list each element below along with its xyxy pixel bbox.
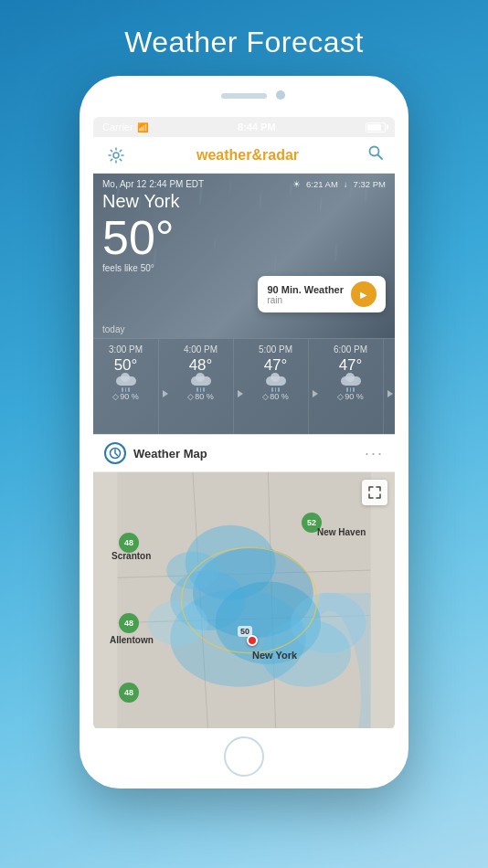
hour-temp-1: 50° [114, 356, 138, 375]
hour-item-2: 4:00 PM 48° ◇80 % [168, 339, 234, 434]
battery-fill [367, 124, 381, 131]
status-time: 8:44 PM [238, 122, 276, 132]
map-header-left: Weather Map [104, 442, 207, 464]
phone-camera [276, 90, 285, 100]
map-more-button[interactable]: ··· [365, 445, 384, 461]
label-newhaven: New Haven [317, 527, 366, 537]
hour-time-2: 4:00 PM [184, 344, 217, 355]
feels-like: feels like 50° [102, 263, 386, 273]
cloud-rain-icon-2 [191, 376, 211, 392]
ny-temp-label: 50 [238, 626, 252, 637]
hour-time-3: 5:00 PM [259, 344, 292, 355]
sun-separator: ↓ [344, 179, 348, 189]
hour-precip-3: ◇80 % [262, 392, 289, 401]
label-scranton: Scranton [111, 551, 151, 561]
hour-temp-3: 47° [264, 356, 288, 375]
status-right [366, 122, 386, 132]
home-button[interactable] [224, 736, 264, 777]
logo-ampersand: & [251, 147, 262, 163]
hour-item-1: 3:00 PM 50° ◇90 % [93, 339, 159, 434]
wifi-icon: 📶 [137, 122, 148, 132]
today-label: today [102, 324, 124, 334]
svg-line-2 [378, 155, 383, 160]
temperature: 50° [102, 214, 386, 261]
hour-temp-2: 48° [189, 356, 213, 375]
expand-map-button[interactable] [362, 480, 387, 505]
temp-badge-scranton: 48 [119, 533, 139, 553]
app-logo: weather&radar [196, 147, 299, 164]
hour-item-5: 7:00 4 [393, 339, 395, 434]
weather-info-overlay: Mo, Apr 12 2:44 PM EDT ☀ 6:21 AM ↓ 7:32 … [93, 174, 395, 338]
logo-text-right: radar [262, 147, 299, 163]
map-title: Weather Map [133, 447, 207, 460]
hour-precip-1: ◇90 % [112, 392, 139, 401]
hour-temp-4: 47° [339, 356, 363, 375]
label-newyork: New York [252, 650, 297, 661]
page-title: Weather Forecast [124, 26, 364, 59]
video-card[interactable]: 90 Min. Weather rain ▶ [258, 276, 386, 312]
video-card-title: 90 Min. Weather [267, 284, 344, 295]
map-title-icon [104, 442, 126, 464]
hour-time-4: 6:00 PM [334, 344, 367, 355]
map-header: Weather Map ··· [93, 435, 395, 472]
carrier-name: Carrier [102, 122, 133, 132]
cloud-rain-icon-4 [341, 376, 361, 392]
app-header: weather&radar [93, 137, 395, 174]
weather-map-section: Weather Map ··· [93, 434, 395, 729]
video-card-subtitle: rain [267, 295, 344, 305]
temp-badge-bottom: 48 [119, 683, 139, 703]
hour-precip-4: ◇90 % [337, 392, 364, 401]
cloud-rain-icon-1 [116, 376, 136, 392]
sunrise-time: 6:21 AM [306, 179, 338, 189]
app-screen: Mo, Apr 12 2:44 PM EDT ☀ 6:21 AM ↓ 7:32 … [93, 117, 395, 729]
video-card-text: 90 Min. Weather rain [267, 284, 344, 305]
settings-button[interactable] [104, 143, 128, 167]
sunset-time: 7:32 PM [354, 179, 386, 189]
svg-point-0 [113, 153, 119, 158]
play-button[interactable]: ▶ [351, 281, 377, 307]
hourly-forecast: 3:00 PM 50° ◇90 % 4:00 PM 48° [93, 338, 395, 434]
sun-times: ☀ 6:21 AM ↓ 7:32 PM [292, 179, 386, 189]
city-name: New York [102, 191, 386, 212]
phone-body: Mo, Apr 12 2:44 PM EDT ☀ 6:21 AM ↓ 7:32 … [80, 76, 408, 789]
weather-main-area: Mo, Apr 12 2:44 PM EDT ☀ 6:21 AM ↓ 7:32 … [93, 174, 395, 338]
status-left: Carrier 📶 [102, 122, 148, 132]
label-allentown: Allentown [110, 635, 154, 645]
weather-meta: Mo, Apr 12 2:44 PM EDT ☀ 6:21 AM ↓ 7:32 … [102, 179, 386, 189]
hour-item-3: 5:00 PM 47° ◇80 % [243, 339, 309, 434]
hour-item-4: 6:00 PM 47° ◇90 % [318, 339, 384, 434]
svg-point-15 [291, 593, 366, 653]
status-bar: Carrier 📶 8:44 PM [93, 117, 395, 137]
hour-precip-2: ◇80 % [187, 392, 214, 401]
logo-text-left: weather [196, 147, 251, 163]
battery-icon [366, 122, 386, 132]
temp-badge-allentown: 48 [119, 613, 139, 633]
cloud-rain-icon-3 [266, 376, 286, 392]
svg-point-16 [148, 600, 208, 645]
weather-date: Mo, Apr 12 2:44 PM EDT [102, 179, 204, 189]
search-button[interactable] [367, 144, 384, 165]
map-container[interactable]: 48 Scranton 52 New Haven 48 Allentown 48… [93, 472, 395, 728]
play-icon: ▶ [360, 290, 367, 300]
hour-time-1: 3:00 PM [109, 344, 143, 355]
phone-speaker [221, 93, 267, 99]
sunrise-icon: ☀ [292, 179, 301, 189]
phone-device: Mo, Apr 12 2:44 PM EDT ☀ 6:21 AM ↓ 7:32 … [80, 76, 408, 789]
